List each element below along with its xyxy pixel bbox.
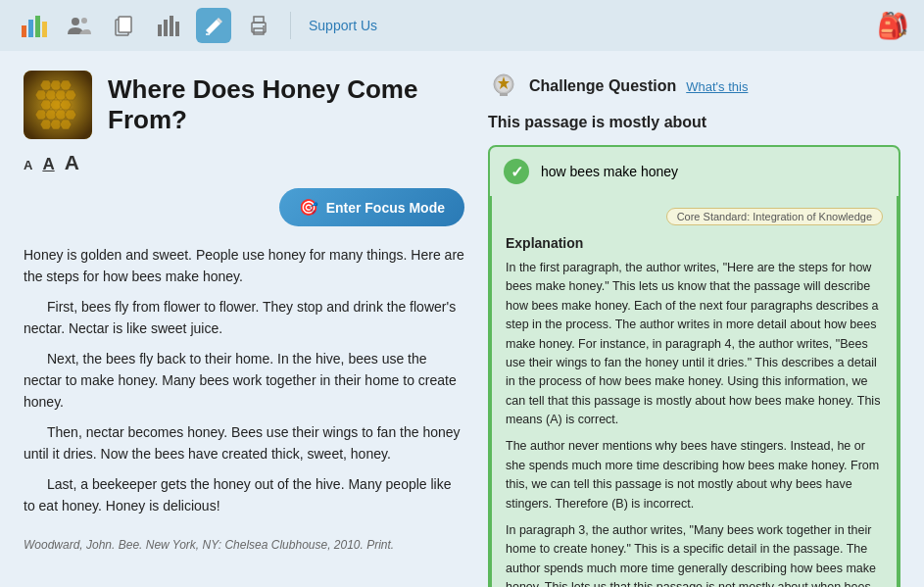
nav-divider xyxy=(290,12,291,39)
main-content: Where Does Honey Come From? A A A 🎯 Ente… xyxy=(0,51,924,587)
focus-mode-label: Enter Focus Mode xyxy=(326,200,445,216)
answer-a-header: ✓ how bees make honey xyxy=(490,147,899,196)
right-panel: Challenge Question What's this This pass… xyxy=(488,71,900,587)
focus-mode-icon: 🎯 xyxy=(299,198,318,217)
svg-point-4 xyxy=(72,18,79,25)
svg-point-16 xyxy=(263,25,265,27)
article-para-5: Last, a beekeeper gets the honey out of … xyxy=(24,473,464,517)
users-icon[interactable] xyxy=(61,8,96,43)
question-text: This passage is mostly about xyxy=(488,114,900,131)
svg-rect-15 xyxy=(254,28,264,34)
svg-point-5 xyxy=(81,18,87,24)
article-citation: Woodward, John. Bee. New York, NY: Chels… xyxy=(24,536,464,555)
bar-chart-icon[interactable] xyxy=(151,8,186,43)
explanation-title: Explanation xyxy=(506,235,883,251)
challenge-badge-icon xyxy=(488,71,519,102)
copy-icon[interactable] xyxy=(106,8,141,43)
svg-rect-1 xyxy=(28,20,33,37)
explanation-box: Core Standard: Integration of Knowledge … xyxy=(490,196,899,587)
support-link[interactable]: Support Us xyxy=(309,18,377,33)
svg-rect-8 xyxy=(158,24,162,36)
article-para-1: Honey is golden and sweet. People use ho… xyxy=(24,244,464,288)
font-medium-button[interactable]: A xyxy=(42,155,54,174)
chart-icon[interactable] xyxy=(16,8,51,43)
font-small-button[interactable]: A xyxy=(24,158,32,172)
svg-rect-7 xyxy=(119,17,131,32)
article-title: Where Does Honey Come From? xyxy=(108,74,464,135)
article-para-2: First, bees fly from flower to flower. T… xyxy=(24,296,464,340)
svg-rect-11 xyxy=(175,22,179,36)
svg-rect-10 xyxy=(170,16,173,36)
answer-option-a[interactable]: ✓ how bees make honey Core Standard: Int… xyxy=(488,145,900,587)
article-para-4: Then, nectar becomes honey. Bees use the… xyxy=(24,421,464,465)
core-standard-badge: Core Standard: Integration of Knowledge xyxy=(666,208,883,225)
answer-a-text: how bees make honey xyxy=(541,164,885,179)
svg-rect-9 xyxy=(164,20,168,36)
top-navigation: Support Us 🎒 xyxy=(0,0,924,51)
font-size-controls: A A A xyxy=(24,151,464,174)
print-icon[interactable] xyxy=(241,8,276,43)
explanation-para-3: In paragraph 3, the author writes, "Many… xyxy=(506,521,883,587)
svg-rect-3 xyxy=(42,22,47,37)
explanation-para-2: The author never mentions why bees have … xyxy=(506,437,883,514)
left-panel: Where Does Honey Come From? A A A 🎯 Ente… xyxy=(24,71,464,587)
whats-this-link[interactable]: What's this xyxy=(686,79,748,94)
svg-rect-14 xyxy=(254,17,264,23)
challenge-title: Challenge Question xyxy=(529,77,676,95)
focus-mode-button[interactable]: 🎯 Enter Focus Mode xyxy=(279,188,464,226)
answer-a-circle: ✓ xyxy=(504,159,529,184)
svg-rect-0 xyxy=(22,25,26,37)
article-body: Honey is golden and sweet. People use ho… xyxy=(24,244,464,555)
svg-rect-2 xyxy=(35,16,40,37)
article-header: Where Does Honey Come From? xyxy=(24,71,464,139)
explanation-text: In the first paragraph, the author write… xyxy=(506,259,883,587)
svg-rect-37 xyxy=(500,93,508,96)
edit-icon[interactable] xyxy=(196,8,231,43)
font-large-button[interactable]: A xyxy=(65,151,79,174)
challenge-header: Challenge Question What's this xyxy=(488,71,900,102)
article-thumbnail xyxy=(24,71,92,139)
article-para-3: Next, the bees fly back to their home. I… xyxy=(24,348,464,414)
explanation-para-1: In the first paragraph, the author write… xyxy=(506,259,883,429)
app-logo: 🎒 xyxy=(877,11,908,41)
